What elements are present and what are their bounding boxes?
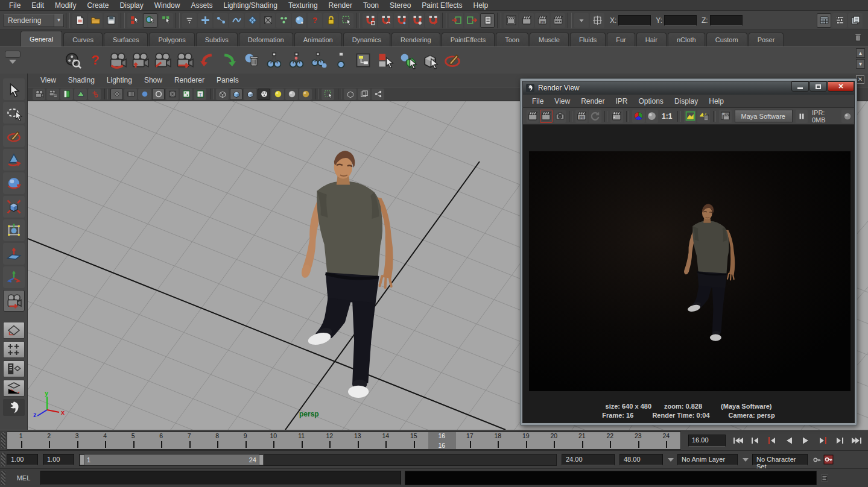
render-settings-dialog-icon[interactable]	[610, 110, 622, 123]
last-tool-used[interactable]	[3, 290, 25, 312]
xray-mode-icon[interactable]	[344, 89, 356, 100]
panel-menu-view[interactable]: View	[34, 76, 62, 84]
timeline-frame[interactable]: 6	[148, 432, 176, 449]
hypershade-persp-layout[interactable]	[3, 399, 25, 416]
flat-light-icon[interactable]	[285, 89, 298, 100]
attribute-editor-icon[interactable]	[848, 13, 863, 28]
shelf-tab-general[interactable]: General	[21, 31, 62, 46]
ik-handle-icon[interactable]	[286, 49, 306, 71]
history-output-icon[interactable]	[464, 13, 479, 28]
channel-box-icon[interactable]	[817, 13, 831, 28]
bookmarks-icon[interactable]	[60, 89, 73, 100]
timeline-frame[interactable]: 22	[597, 432, 625, 449]
menu-toon[interactable]: Toon	[358, 1, 384, 10]
layout-panes-icon[interactable]	[358, 89, 370, 100]
highlight-selection-icon[interactable]	[339, 13, 353, 28]
camera-track-icon[interactable]	[130, 49, 150, 71]
divider[interactable]	[356, 13, 360, 28]
pause-ipr-icon[interactable]	[796, 110, 808, 123]
auto-keyframe-icon[interactable]	[823, 454, 834, 465]
render-view-window[interactable]: Render View ✕ File View Render IPR Optio…	[520, 78, 857, 426]
chevron-down-icon[interactable]: ▼	[54, 14, 63, 27]
step-back-key-icon[interactable]	[764, 434, 780, 447]
menu-window[interactable]: Window	[149, 1, 186, 10]
divider[interactable]	[497, 13, 501, 28]
open-render-settings-icon[interactable]: W	[719, 110, 731, 123]
divider[interactable]	[442, 13, 446, 28]
field-entry-menu-icon[interactable]	[574, 13, 589, 28]
rv-menu-file[interactable]: File	[527, 97, 549, 105]
select-object-icon[interactable]	[143, 13, 157, 28]
divider[interactable]	[176, 13, 180, 28]
timeline-frame[interactable]: 21	[568, 432, 597, 449]
command-language-toggle[interactable]: MEL	[7, 474, 40, 482]
shelf-tab-fur[interactable]: Fur	[607, 33, 635, 46]
panel-menu-lighting[interactable]: Lighting	[101, 76, 138, 84]
mask-curves-icon[interactable]	[229, 13, 244, 28]
playback-end-field[interactable]: 24.00	[562, 454, 615, 465]
ipr-stop-icon[interactable]	[841, 110, 854, 123]
timeline-current-frame[interactable]: 1616	[428, 432, 457, 449]
timeline-frame[interactable]: 4	[92, 432, 120, 449]
mask-surfaces-icon[interactable]	[245, 13, 259, 28]
rv-menu-display[interactable]: Display	[669, 97, 703, 105]
shelf-tab-polygons[interactable]: Polygons	[149, 33, 194, 46]
y-coordinate-input[interactable]	[664, 15, 697, 26]
camera-fly-icon[interactable]	[174, 49, 195, 71]
shelf-scroll-up-icon[interactable]: ▲	[856, 48, 865, 58]
select-all-icon[interactable]	[420, 49, 440, 71]
redo-previous-render-icon[interactable]	[527, 110, 539, 123]
safe-title-icon[interactable]: T	[194, 89, 206, 100]
tool-settings-icon[interactable]	[832, 13, 847, 28]
shelf-tab-painteffects[interactable]: PaintEffects	[442, 33, 495, 46]
divider[interactable]	[66, 13, 70, 28]
script-editor-icon[interactable]	[820, 474, 829, 482]
share-view-icon[interactable]	[372, 89, 384, 100]
render-current-frame-icon[interactable]	[519, 13, 534, 28]
timeline-frame[interactable]: 24	[653, 432, 681, 449]
snap-curve-magnet-icon[interactable]	[378, 13, 393, 28]
menu-help[interactable]: Help	[468, 1, 494, 10]
wireframe-mode-icon[interactable]	[216, 89, 229, 100]
menu-stereo[interactable]: Stereo	[384, 1, 416, 10]
minimize-button[interactable]	[791, 81, 809, 92]
menu-edit[interactable]: Edit	[26, 1, 49, 10]
grid-toggle-icon[interactable]	[110, 89, 123, 100]
delete-object-icon[interactable]	[241, 49, 262, 71]
z-coordinate-input[interactable]	[710, 15, 743, 26]
step-forward-frame-icon[interactable]	[832, 434, 847, 447]
timeline-frame[interactable]: 8	[204, 432, 232, 449]
timeline-frame[interactable]: 14	[372, 432, 401, 449]
timeline-frame[interactable]: 13	[344, 432, 372, 449]
snapshot-icon[interactable]	[554, 110, 566, 123]
move-tool[interactable]	[3, 149, 25, 171]
divider[interactable]	[121, 13, 125, 28]
anim-layer-field[interactable]: No Anim Layer	[677, 454, 738, 465]
shelf-tab-subdivs[interactable]: Subdivs	[196, 33, 238, 46]
menu-lighting-shading[interactable]: Lighting/Shading	[218, 1, 282, 10]
joint-chain-icon[interactable]	[308, 49, 329, 71]
gold-light-icon[interactable]	[299, 89, 312, 100]
menu-assets[interactable]: Assets	[185, 1, 218, 10]
timeline-frame[interactable]: 18	[484, 432, 513, 449]
panel-menu-renderer[interactable]: Renderer	[168, 76, 211, 84]
step-back-frame-icon[interactable]	[747, 434, 763, 447]
image-plane-icon[interactable]	[74, 89, 87, 100]
go-to-end-icon[interactable]	[849, 434, 864, 447]
layout-persp-outliner[interactable]	[3, 360, 25, 377]
snap-plane-magnet-icon[interactable]	[410, 13, 424, 28]
mask-dynamics-icon[interactable]	[276, 13, 291, 28]
timeline-frame[interactable]: 20	[540, 432, 569, 449]
render-view-titlebar[interactable]: Render View ✕	[523, 81, 854, 95]
history-input-icon[interactable]	[449, 13, 463, 28]
resolution-gate-icon[interactable]	[138, 89, 151, 100]
animation-end-field[interactable]: 48.00	[619, 454, 663, 465]
menu-render[interactable]: Render	[323, 1, 358, 10]
shelf-tab-toon[interactable]: Toon	[496, 33, 528, 46]
render-region-icon[interactable]	[540, 110, 553, 123]
playback-range-bar[interactable]: 1 24	[80, 454, 264, 465]
use-all-lights-icon[interactable]	[258, 89, 270, 100]
menu-display[interactable]: Display	[114, 1, 148, 10]
timeline-frame[interactable]: 9	[232, 432, 260, 449]
divider[interactable]	[568, 13, 572, 28]
